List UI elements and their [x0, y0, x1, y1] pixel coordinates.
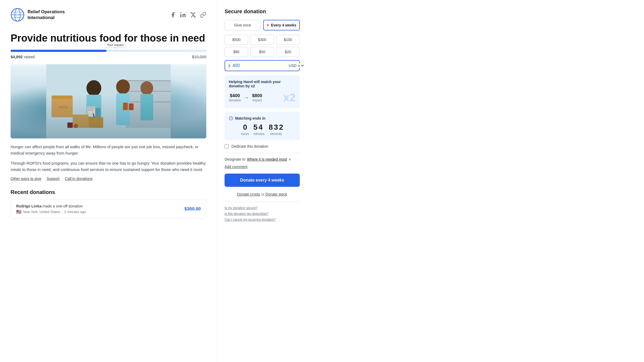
- give-once-button[interactable]: Give once: [225, 20, 261, 30]
- campaign-scene-svg: ATION: [11, 64, 206, 138]
- designate-link[interactable]: Where it is needed most: [247, 157, 287, 161]
- divider-2: [225, 202, 300, 202]
- or-label: or: [261, 192, 266, 196]
- call-in-link[interactable]: Call-in donations: [65, 177, 92, 181]
- donor-flag: 🇺🇸: [16, 209, 21, 214]
- secure-title: Secure donation: [225, 8, 300, 15]
- amount-20-button[interactable]: $20: [276, 47, 300, 57]
- svg-rect-26: [88, 107, 95, 108]
- svg-rect-20: [116, 93, 130, 125]
- dedicate-label: Dedicate this donation: [231, 144, 268, 148]
- custom-amount-input[interactable]: [232, 63, 285, 68]
- timer-sec2-value: 3: [274, 124, 278, 131]
- recent-donations-title: Recent donations: [11, 189, 206, 195]
- timer-digits: 0 hours 5 4 minutes 8 3 2 seconds: [229, 124, 296, 136]
- divider-1: [225, 153, 300, 153]
- progress-label: Your impact: [105, 42, 126, 48]
- timer-seconds-unit: 8 3 2 seconds: [269, 124, 283, 136]
- timer-title: Matching ends in: [229, 116, 296, 120]
- svg-rect-10: [52, 96, 72, 99]
- donate-button[interactable]: Donate every 4 weeks: [225, 174, 300, 187]
- progress-stats: $4,892 raised $10,000: [11, 55, 206, 59]
- donation-amount-item: $400 donation: [229, 93, 241, 102]
- matching-box: Helping Hand will match your donation by…: [225, 75, 300, 108]
- twitter-x-icon[interactable]: [190, 12, 196, 18]
- amount-80-button[interactable]: $80: [225, 47, 248, 57]
- svg-rect-6: [180, 14, 181, 17]
- right-panel: Secure donation Give once ♥ Every 4 week…: [217, 0, 307, 362]
- add-comment-link[interactable]: Add comment: [225, 165, 300, 169]
- arrow-icon: →: [244, 95, 249, 101]
- svg-rect-13: [126, 80, 171, 81]
- progress-bar-bg: [11, 50, 206, 52]
- amount-raised-value: $4,892: [11, 55, 23, 59]
- every-4-weeks-button[interactable]: ♥ Every 4 weeks: [263, 20, 300, 30]
- amount-50-button[interactable]: $50: [250, 47, 274, 57]
- donor-action: made a one-off donation: [43, 204, 83, 208]
- svg-rect-8: [46, 64, 171, 138]
- donate-crypto-link[interactable]: Donate crypto: [237, 192, 260, 196]
- globe-logo-icon: [11, 8, 24, 22]
- raised-label: raised: [24, 55, 35, 59]
- timer-hours-unit: 0 hours: [241, 124, 249, 136]
- svg-rect-15: [126, 101, 171, 102]
- donor-time: 2 minutes ago: [64, 210, 86, 214]
- svg-point-21: [141, 81, 153, 95]
- svg-rect-23: [123, 103, 128, 110]
- dedicate-checkbox[interactable]: [225, 144, 229, 148]
- svg-text:ATION: ATION: [58, 106, 68, 109]
- link-icon[interactable]: [200, 12, 206, 18]
- svg-point-19: [116, 79, 130, 94]
- footer-links: Is my donation secure? Is this donation …: [225, 206, 300, 221]
- designate-row: Designate to Where it is needed most ∨: [225, 157, 300, 161]
- logo-area: Relief Operations International: [11, 8, 65, 22]
- amount-300-button[interactable]: $300: [250, 35, 274, 45]
- donor-name-action: Rodrigo Lorka made a one-off donation: [16, 204, 86, 208]
- social-icons: [170, 12, 206, 18]
- timer-title-text: Matching ends in: [235, 116, 265, 120]
- designate-text: Designate to: [225, 157, 245, 161]
- amount-500-button[interactable]: $500: [225, 35, 248, 45]
- org-name-block: Relief Operations International: [28, 9, 65, 21]
- svg-rect-25: [87, 107, 95, 117]
- amount-100-button[interactable]: $100: [276, 35, 300, 45]
- description-1: Hunger can affect people from all walks …: [11, 144, 206, 156]
- description-2: Through ROPSI's food programs, you can e…: [11, 160, 206, 173]
- amount-grid: $500 $300 $100 $80 $50 $20: [225, 35, 300, 57]
- svg-rect-24: [129, 103, 134, 110]
- faq-secure-link[interactable]: Is my donation secure?: [225, 206, 257, 210]
- amount-raised: $4,892 raised: [11, 55, 35, 59]
- facebook-icon[interactable]: [170, 12, 176, 18]
- currency-select[interactable]: USD ∨: [288, 63, 305, 68]
- donation-label: donation: [229, 98, 241, 102]
- svg-point-7: [180, 12, 181, 13]
- faq-cancel-link[interactable]: Can I cancel my recurring donation?: [225, 218, 276, 221]
- support-link[interactable]: Support: [47, 177, 60, 181]
- header: Relief Operations International: [11, 8, 206, 22]
- svg-rect-33: [74, 124, 78, 128]
- currency-symbol: $: [228, 64, 230, 68]
- impact-label: impact: [252, 98, 262, 102]
- donate-stock-link[interactable]: Donate stock: [266, 192, 287, 196]
- frequency-toggle: Give once ♥ Every 4 weeks: [225, 20, 300, 30]
- donor-name: Rodrigo Lorka: [16, 204, 42, 208]
- svg-rect-29: [93, 113, 95, 118]
- timer-min2-value: 4: [258, 124, 263, 131]
- every-4-weeks-label: Every 4 weeks: [271, 23, 296, 27]
- timer-hours-label: hours: [241, 132, 249, 136]
- alt-links: Donate crypto or Donate stock: [225, 192, 300, 196]
- org-name-line1: Relief Operations: [28, 9, 65, 15]
- goal-amount: $10,000: [192, 55, 206, 59]
- faq-tax-link[interactable]: Is this donation tax-deductible?: [225, 212, 268, 216]
- svg-rect-31: [89, 117, 103, 128]
- timer-sec3-value: 2: [279, 124, 283, 131]
- other-ways-link[interactable]: Other ways to give: [11, 177, 41, 181]
- donor-separator: ·: [62, 210, 63, 214]
- svg-rect-32: [68, 123, 73, 128]
- timer-seconds-label: seconds: [269, 132, 283, 136]
- org-name-line2: International: [28, 15, 55, 20]
- left-panel: Relief Operations International: [0, 0, 217, 362]
- donation-card: Rodrigo Lorka made a one-off donation 🇺🇸…: [11, 200, 206, 219]
- timer-min1-value: 5: [253, 124, 258, 131]
- linkedin-icon[interactable]: [180, 12, 186, 18]
